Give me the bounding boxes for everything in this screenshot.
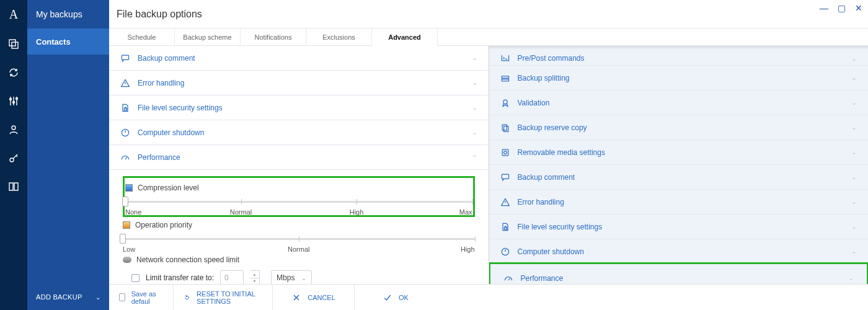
priority-icon [123,221,130,229]
chevron-icon: ⌄ [851,123,857,131]
slider-thumb[interactable] [120,234,126,244]
limit-transfer-value[interactable]: 0 [220,270,244,284]
chevron-icon: ⌄ [851,74,857,82]
svg-rect-16 [502,149,508,156]
disk-icon [500,148,510,157]
account-icon[interactable] [7,123,20,136]
warning-icon [120,78,130,88]
svg-point-13 [503,100,507,104]
compression-slider[interactable]: NoneNormalHighMax [125,197,472,215]
accordion-shutdown2[interactable]: Computer shutdown⌄ [489,239,869,264]
power-icon [500,247,510,257]
accordion-performance[interactable]: Performance⌄ [109,145,489,170]
accordion-splitting[interactable]: Backup splitting⌄ [489,66,869,91]
limit-transfer-checkbox[interactable] [131,274,140,282]
chevron-icon: ⌄ [472,153,477,161]
sync-icon[interactable] [7,66,20,79]
svg-point-17 [503,151,507,154]
svg-rect-7 [122,55,128,60]
chevron-icon: ⌄ [851,198,857,206]
options-dialog: — ▢ ✕ File backup options ScheduleBackup… [109,0,868,310]
dialog-footer: Save as defaul RESET TO INITIAL SETTINGS… [109,284,868,310]
power-icon [120,128,130,138]
limit-transfer-stepper[interactable]: ▲▼ [250,270,260,284]
file-lock-icon [500,222,510,232]
svg-rect-18 [502,174,508,179]
tab-backup-scheme[interactable]: Backup scheme [175,29,241,46]
close-button[interactable]: ✕ [854,4,863,12]
network-icon [123,257,131,263]
save-default-checkbox[interactable]: Save as defaul [109,285,174,310]
tab-schedule[interactable]: Schedule [109,29,175,46]
chevron-icon: ⌄ [851,99,857,107]
accordion-error2[interactable]: Error handling⌄ [489,190,869,215]
sliders-icon[interactable] [7,95,20,107]
terminal-icon [500,55,510,63]
compression-icon [125,184,133,192]
performance-pane: Compression level NoneNormalHighMax Oper… [109,170,489,284]
reset-button[interactable]: RESET TO INITIAL SETTINGS [174,285,273,310]
chevron-icon: ⌄ [851,247,857,255]
add-backup-button[interactable]: ADD BACKUP⌄ [27,284,109,310]
chevron-icon: ⌄ [851,173,857,181]
minimize-button[interactable]: — [820,4,828,12]
accordion-comment2[interactable]: Backup comment⌄ [489,165,869,190]
book-icon[interactable] [7,180,20,193]
brand-logo: A [9,7,18,22]
priority-slider[interactable]: LowNormalHigh [123,234,475,252]
svg-point-5 [12,126,16,130]
window-controls: — ▢ ✕ [820,4,863,12]
tab-exclusions[interactable]: Exclusions [306,29,372,46]
accordion-comment[interactable]: Backup comment⌄ [109,46,489,71]
copy-icon [500,123,510,133]
tab-advanced[interactable]: Advanced [372,29,438,46]
slider-thumb[interactable] [122,197,128,206]
ok-button[interactable]: OK [355,285,436,310]
gauge-icon [503,273,513,283]
accordion-security[interactable]: File level security settings⌄ [109,95,489,120]
chevron-icon: ⌄ [472,128,477,136]
accordion-shutdown[interactable]: Computer shutdown⌄ [109,120,489,145]
comment-icon [120,53,130,63]
svg-rect-11 [502,76,508,78]
accordion-performance2[interactable]: Performance⌄ [492,266,866,284]
accordion-security2[interactable]: File level security settings⌄ [489,215,869,239]
accordion-reserve[interactable]: Backup reserve copy⌄ [489,115,869,140]
right-panel: Pre/Post commands ⌄ Backup splitting⌄Val… [489,46,869,284]
tab-strip: ScheduleBackup schemeNotificationsExclus… [109,29,868,46]
backup-icon[interactable] [7,38,20,50]
tab-notifications[interactable]: Notifications [241,29,306,46]
left-nav-title: My backups [27,0,109,29]
maximize-button[interactable]: ▢ [837,4,846,12]
file-lock-icon [120,103,130,113]
limit-transfer-label: Limit transfer rate to: [146,273,214,282]
accordion-error[interactable]: Error handling⌄ [109,71,489,95]
chevron-icon: ⌄ [848,274,854,282]
accordion-validation[interactable]: Validation⌄ [489,91,869,115]
comment-icon [500,172,510,182]
svg-rect-12 [502,79,508,81]
compression-title: Compression level [138,184,199,192]
warning-icon [500,197,510,207]
accordion-prepost[interactable]: Pre/Post commands ⌄ [489,52,869,66]
cancel-button[interactable]: CANCEL [273,285,355,310]
chevron-icon: ⌄ [472,79,477,87]
chevron-icon: ⌄ [851,223,857,231]
limit-transfer-unit-select[interactable]: Mbps⌄ [271,270,312,284]
svg-rect-1 [12,42,18,48]
chevron-down-icon: ⌄ [95,294,100,301]
svg-rect-8 [124,108,126,110]
svg-rect-15 [503,126,508,131]
svg-rect-10 [502,55,508,61]
svg-rect-14 [502,125,507,130]
gauge-icon [120,153,130,162]
accordion-removable[interactable]: Removable media settings⌄ [489,140,869,165]
key-icon[interactable] [7,152,20,164]
chevron-icon: ⌄ [472,104,477,112]
split-icon [500,73,510,83]
chevron-icon: ⌄ [472,54,477,62]
dialog-title: File backup options [109,0,868,29]
chevron-icon: ⌄ [851,148,857,156]
left-nav-item-contacts[interactable]: Contacts [27,29,109,55]
left-nav: My backups Contacts ADD BACKUP⌄ [27,0,109,310]
